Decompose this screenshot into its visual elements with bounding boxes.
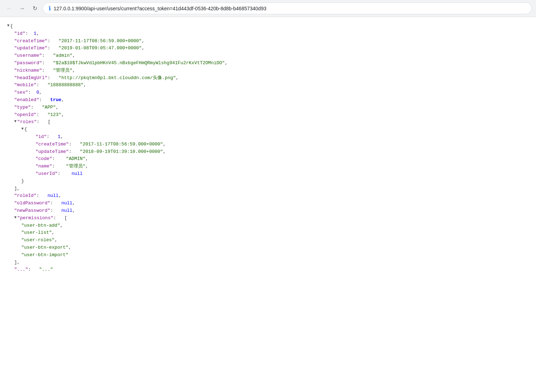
- roles-inner-close: }: [7, 178, 529, 185]
- field-id: "id": 1,: [7, 30, 529, 38]
- permissions-close: ],: [7, 259, 529, 266]
- field-updatetime: "updateTime": "2019-01-08T09:05:47.000+0…: [7, 45, 529, 52]
- roles-field-code: "code": "ADMIN",: [7, 155, 529, 163]
- field-password: "password": "$2a$10$TJkwVdlpbHKnV45.nBxb…: [7, 60, 529, 67]
- field-nickname: "nickname": "管理员",: [7, 67, 529, 74]
- field-newpassword: "newPassword": null,: [7, 207, 529, 215]
- root-open: ▼ {: [7, 23, 529, 30]
- roles-field-updatetime: "updateTime": "2018-09-19T01:39:10.000+0…: [7, 148, 529, 156]
- field-headimgurl: "headImgUrl": "http://pkqtmn0pl.bkt.clou…: [7, 74, 529, 82]
- field-mobile: "mobile": "18888888888",: [7, 82, 529, 89]
- roles-inner-open: ▼ {: [7, 126, 529, 133]
- roles-field-userid: "userId": null: [7, 170, 529, 178]
- field-oldpassword: "oldPassword": null,: [7, 200, 529, 207]
- field-createtime: "createTime": "2017-11-17T08:56:59.000+0…: [7, 38, 529, 45]
- address-bar[interactable]: ℹ 127.0.0.1:9900/api-user/users/current?…: [43, 2, 532, 14]
- roles-field-id: "id": 1,: [7, 133, 529, 141]
- permission-user-roles: "user-roles",: [7, 237, 529, 244]
- permissions-toggle[interactable]: ▼: [14, 215, 17, 221]
- roles-field-createtime: "createTime": "2017-11-17T08:56:59.000+0…: [7, 141, 529, 148]
- field-permissions: ▼ "permissions": [: [7, 215, 529, 222]
- field-enabled: "enabled": true,: [7, 96, 529, 104]
- permission-user-btn-import: "user-btn-import": [7, 252, 529, 259]
- field-sex: "sex": 0,: [7, 89, 529, 96]
- roles-close: ],: [7, 185, 529, 193]
- roles-toggle[interactable]: ▼: [14, 118, 17, 125]
- root-toggle[interactable]: ▼: [7, 23, 10, 29]
- permission-user-list: "user-list",: [7, 229, 529, 237]
- roles-field-name: "name": "管理员",: [7, 163, 529, 170]
- field-username: "username": "admin",: [7, 52, 529, 60]
- forward-button[interactable]: →: [17, 4, 27, 13]
- roles-inner-toggle[interactable]: ▼: [21, 126, 24, 132]
- field-openid: "openId": "123",: [7, 111, 529, 119]
- field-roleid: "roleId": null,: [7, 192, 529, 200]
- info-icon: ℹ: [49, 5, 51, 12]
- field-type: "type": "APP",: [7, 104, 529, 111]
- trailing-line: "...": "...": [7, 266, 529, 274]
- back-button[interactable]: ←: [4, 4, 14, 13]
- permission-user-btn-export: "user-btn-export",: [7, 244, 529, 252]
- json-viewer: ▼ { "id": 1, "createTime": "2017-11-17T0…: [0, 17, 536, 279]
- field-roles: ▼ "roles": [: [7, 118, 529, 126]
- refresh-button[interactable]: ↻: [30, 4, 40, 13]
- browser-chrome: ← → ↻ ℹ 127.0.0.1:9900/api-user/users/cu…: [0, 0, 536, 17]
- permission-user-btn-add: "user-btn-add",: [7, 222, 529, 230]
- url-text: 127.0.0.1:9900/api-user/users/current?ac…: [54, 6, 266, 11]
